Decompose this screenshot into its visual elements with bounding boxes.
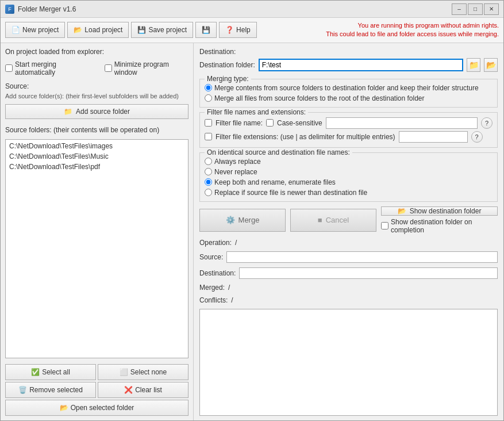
left-panel: On project loaded from explorer: Start m… (1, 43, 194, 420)
filter-title: Filter file names and extensions: (205, 108, 308, 116)
source-list-item[interactable]: C:\NetDownload\TestFiles\pdf (7, 162, 187, 172)
merge-option1-radio[interactable] (205, 84, 212, 91)
cancel-button[interactable]: ■ Cancel (290, 209, 376, 232)
save-icon-button[interactable]: 💾 (195, 22, 217, 38)
case-sensitive-checkbox[interactable] (266, 119, 274, 127)
never-replace-radio[interactable] (205, 168, 212, 175)
filter-name-input[interactable] (326, 117, 478, 129)
open-selected-folder-button[interactable]: 📂 Open selected folder (5, 400, 188, 416)
browse-folder-button[interactable]: 📁 (467, 58, 480, 72)
title-bar: F Folder Merger v1.6 – □ ✕ (1, 1, 503, 18)
source-list-label: Source folders: (their contents will be … (5, 126, 188, 134)
minimize-window-checkbox[interactable] (105, 64, 112, 72)
conflicts-value: / (231, 296, 233, 304)
select-all-icon: ✅ (31, 368, 40, 376)
show-dest-completion-row: Show destination folder on completion (381, 218, 498, 234)
cancel-icon: ■ (318, 216, 322, 224)
clear-list-icon: ❌ (124, 386, 133, 394)
save-project-button[interactable]: 💾 Save project (131, 22, 193, 38)
minimize-button[interactable]: – (452, 3, 467, 15)
merging-type-title: Merging type: (205, 75, 251, 83)
source-list-item[interactable]: C:\NetDownload\TestFiles\Music (7, 151, 187, 162)
merge-icon: ⚙️ (226, 216, 235, 224)
keep-both-row: Keep both and rename, enumerate files (205, 178, 493, 186)
destination-status-row: Destination: (199, 267, 498, 279)
window-controls: – □ ✕ (452, 3, 499, 15)
always-replace-label: Always replace (214, 158, 261, 166)
save-project-icon: 💾 (137, 26, 146, 34)
merging-type-group: Merging type: Merge contents from source… (199, 79, 498, 108)
destination-folder-row: Destination folder: 📁 📂 (199, 58, 498, 72)
merge-option2-row: Merge all files from source folders to t… (205, 94, 493, 102)
filter-extensions-label: Filter file extensions: (use | as delimi… (216, 133, 395, 141)
source-list: C:\NetDownload\TestFiles\imagesC:\NetDow… (6, 140, 188, 173)
add-source-hint: Add source folder(s): (their first-level… (5, 93, 188, 99)
open-dest-folder-button[interactable]: 📂 (484, 58, 498, 72)
operation-value: / (235, 239, 237, 247)
open-dest-icon: 📂 (486, 60, 496, 70)
show-destination-folder-button[interactable]: 📂 Show destination folder (381, 206, 498, 216)
merged-row: Merged: / (199, 284, 498, 292)
open-folder-icon: 📂 (60, 404, 68, 412)
bottom-buttons: ✅ Select all ⬜ Select none 🗑️ Remove sel… (5, 364, 188, 416)
source-status-input (226, 251, 498, 263)
destination-folder-label: Destination folder: (199, 61, 255, 69)
merge-button[interactable]: ⚙️ Merge (199, 209, 286, 232)
operation-label: Operation: (199, 239, 232, 247)
filter-extensions-input[interactable] (399, 131, 468, 143)
toolbar: 📄 New project 📂 Load project 💾 Save proj… (1, 18, 503, 43)
merged-label: Merged: (199, 284, 225, 292)
show-dest-icon: 📂 (398, 207, 406, 215)
destination-status-label: Destination: (199, 269, 236, 277)
new-project-button[interactable]: 📄 New project (5, 22, 65, 38)
new-project-icon: 📄 (11, 26, 20, 34)
start-merging-checkbox[interactable] (5, 64, 13, 72)
filter-name-label: Filter file name: (216, 119, 263, 127)
clear-list-button[interactable]: ❌ Clear list (98, 382, 188, 398)
dest-actions: 📂 Show destination folder Show destinati… (381, 206, 498, 234)
on-project-label: On project loaded from explorer: (5, 48, 188, 56)
keep-both-radio[interactable] (205, 178, 212, 186)
window-title: Folder Merger v1.6 (18, 5, 452, 13)
filter-extensions-checkbox[interactable] (205, 133, 212, 140)
filter-extensions-help-button[interactable]: ? (471, 131, 483, 143)
select-none-icon: ⬜ (120, 368, 128, 376)
filter-group: Filter file names and extensions: Filter… (199, 112, 498, 148)
replace-newer-radio[interactable] (205, 189, 212, 196)
merge-option2-label: Merge all files from source folders to t… (214, 94, 425, 102)
show-dest-completion-checkbox[interactable] (381, 222, 388, 229)
maximize-button[interactable]: □ (468, 3, 483, 15)
replace-newer-label: Replace if source file is newer than des… (214, 189, 367, 197)
merged-value: / (228, 284, 230, 292)
source-folders-list[interactable]: C:\NetDownload\TestFiles\imagesC:\NetDow… (5, 139, 188, 358)
never-replace-label: Never replace (214, 168, 257, 176)
merge-option1-label: Merge contents from source folders to de… (214, 84, 479, 92)
close-button[interactable]: ✕ (484, 3, 499, 15)
select-all-button[interactable]: ✅ Select all (5, 364, 96, 380)
add-source-folder-button[interactable]: 📁 Add source folder (5, 104, 188, 119)
replace-newer-row: Replace if source file is newer than des… (205, 189, 493, 197)
operation-row: Operation: / (199, 239, 498, 247)
conflicts-label: Conflicts: (199, 296, 228, 304)
help-button[interactable]: ❓ Help (219, 22, 257, 38)
always-replace-radio[interactable] (205, 158, 212, 165)
remove-selected-button[interactable]: 🗑️ Remove selected (5, 382, 96, 398)
app-icon: F (5, 5, 14, 14)
conflicts-row: Conflicts: / (199, 296, 498, 304)
source-list-item[interactable]: C:\NetDownload\TestFiles\images (7, 141, 187, 151)
always-replace-row: Always replace (205, 158, 493, 166)
start-merging-label: Start merging automatically (15, 60, 93, 76)
select-none-button[interactable]: ⬜ Select none (98, 364, 188, 380)
load-project-button[interactable]: 📂 Load project (67, 22, 129, 38)
filter-name-help-button[interactable]: ? (481, 117, 493, 129)
merge-option1-row: Merge contents from source folders to de… (205, 84, 493, 92)
remove-selected-icon: 🗑️ (18, 386, 27, 394)
show-dest-completion-label: Show destination folder on completion (391, 218, 498, 234)
destination-header: Destination: (199, 48, 498, 56)
filter-name-checkbox[interactable] (205, 119, 212, 127)
source-status-label: Source: (199, 253, 223, 261)
destination-section: Destination: Destination folder: 📁 📂 (199, 48, 498, 72)
merge-option2-radio[interactable] (205, 94, 212, 102)
minimize-window-label: Minimize program window (114, 60, 188, 76)
destination-folder-input[interactable] (259, 59, 463, 71)
